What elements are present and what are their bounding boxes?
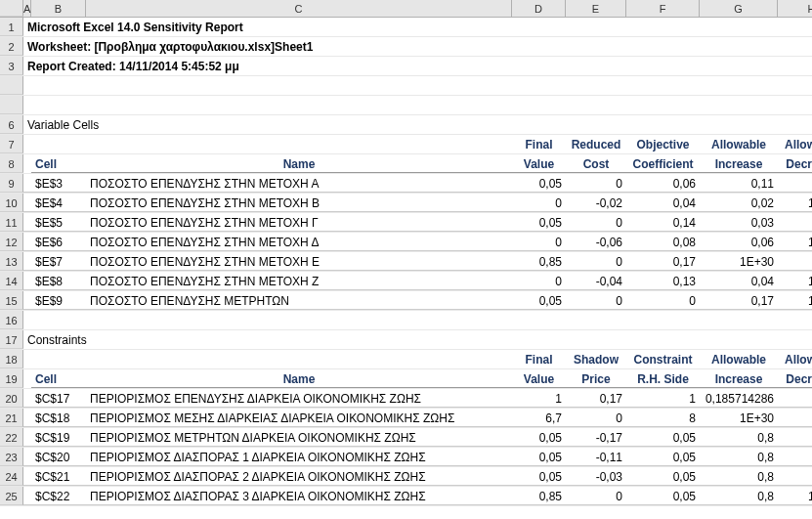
vc-allow-dec[interactable]: 0,06 [778, 213, 812, 232]
cell[interactable] [86, 350, 512, 368]
hdr-allow-dec[interactable]: Allowable [778, 350, 812, 368]
vc-cell-ref[interactable]: $E$5 [31, 213, 86, 232]
co-allow-dec[interactable]: 0,05 [778, 448, 812, 466]
vc-allow-dec[interactable]: 1E+30 [778, 272, 812, 290]
vc-cell-ref[interactable]: $E$7 [31, 252, 86, 271]
hdr-name[interactable]: Name [86, 154, 512, 173]
vc-reduced-cost[interactable]: 0 [566, 291, 626, 310]
cell[interactable] [23, 389, 31, 408]
vc-final-value[interactable]: 0 [512, 233, 566, 251]
cell[interactable] [23, 154, 31, 173]
co-cell-name[interactable]: ΠΕΡΙΟΡΙΣΜΟΣ ΜΕΤΡΗΤΩΝ ΔΙΑΡΚΕΙΑ ΟΙΚΟΝΟΜΙΚΗ… [86, 428, 512, 447]
co-shadow-price[interactable]: -0,17 [566, 428, 626, 447]
vc-cell-ref[interactable]: $E$4 [31, 194, 86, 212]
cell[interactable] [23, 291, 31, 310]
hdr-cost[interactable]: Cost [566, 154, 626, 173]
co-rhs[interactable]: 0,05 [626, 448, 700, 466]
vc-allow-inc[interactable]: 0,02 [700, 194, 778, 212]
cell[interactable] [23, 194, 31, 212]
co-shadow-price[interactable]: 0 [566, 487, 626, 505]
hdr-dec[interactable]: Decrease [778, 154, 812, 173]
co-cell-name[interactable]: ΠΕΡΙΟΡΙΣΜΟΣ ΔΙΑΣΠΟΡΑΣ 3 ΔΙΑΡΚΕΙΑ ΟΙΚΟΝΟΜ… [86, 487, 512, 505]
hdr-allow-inc[interactable]: Allowable [700, 350, 778, 368]
row-header[interactable]: 25 [0, 487, 23, 505]
co-cell-ref[interactable]: $C$20 [31, 448, 86, 466]
vc-cell-name[interactable]: ΠΟΣΟΣΤΟ ΕΠΕΝΔΥΣΗΣ ΣΤΗΝ ΜΕΤΟΧΗ Ε [86, 252, 512, 271]
vc-final-value[interactable]: 0,05 [512, 291, 566, 310]
hdr-allow-dec[interactable]: Allowable [778, 135, 812, 153]
vc-allow-inc[interactable]: 0,11 [700, 174, 778, 193]
vc-reduced-cost[interactable]: -0,04 [566, 272, 626, 290]
vc-cell-ref[interactable]: $E$3 [31, 174, 86, 193]
co-cell-ref[interactable]: $C$19 [31, 428, 86, 447]
row-header[interactable]: 13 [0, 252, 23, 271]
co-allow-inc[interactable]: 0,8 [700, 487, 778, 505]
cell[interactable] [23, 428, 31, 447]
cell[interactable] [23, 233, 31, 251]
row-header[interactable]: 3 [0, 57, 23, 75]
hdr-constraint[interactable]: Constraint [626, 350, 700, 368]
vc-final-value[interactable]: 0,85 [512, 252, 566, 271]
cell[interactable] [23, 252, 31, 271]
cell[interactable] [23, 135, 31, 153]
vc-reduced-cost[interactable]: -0,06 [566, 233, 626, 251]
co-cell-ref[interactable]: $C$21 [31, 467, 86, 486]
row-header[interactable] [0, 76, 23, 95]
hdr-value[interactable]: Value [512, 154, 566, 173]
row-header[interactable]: 16 [0, 311, 23, 329]
cell[interactable] [23, 350, 31, 368]
hdr-value[interactable]: Value [512, 369, 566, 388]
vc-cell-name[interactable]: ΠΟΣΟΣΤΟ ΕΠΕΝΔΥΣΗΣ ΣΤΗΝ ΜΕΤΟΧΗ Δ [86, 233, 512, 251]
hdr-dec[interactable]: Decrease [778, 369, 812, 388]
row-header[interactable]: 15 [0, 291, 23, 310]
co-rhs[interactable]: 1 [626, 389, 700, 408]
hdr-rhs[interactable]: R.H. Side [626, 369, 700, 388]
cell[interactable] [86, 135, 512, 153]
vc-allow-dec[interactable]: 0,03 [778, 252, 812, 271]
co-final-value[interactable]: 0,05 [512, 428, 566, 447]
hdr-coef[interactable]: Coefficient [626, 154, 700, 173]
vc-allow-inc[interactable]: 0,17 [700, 291, 778, 310]
co-rhs[interactable]: 0,05 [626, 467, 700, 486]
co-allow-inc[interactable]: 0,185714286 [700, 389, 778, 408]
co-shadow-price[interactable]: 0,17 [566, 389, 626, 408]
vc-allow-dec[interactable]: 1E+30 [778, 194, 812, 212]
vc-allow-inc[interactable]: 0,04 [700, 272, 778, 290]
co-final-value[interactable]: 0,05 [512, 467, 566, 486]
col-header-A[interactable]: A [23, 0, 31, 17]
vc-allow-inc[interactable]: 0,03 [700, 213, 778, 232]
vc-reduced-cost[interactable]: -0,02 [566, 194, 626, 212]
hdr-inc[interactable]: Increase [700, 154, 778, 173]
co-final-value[interactable]: 6,7 [512, 409, 566, 427]
vc-allow-inc[interactable]: 0,06 [700, 233, 778, 251]
vc-final-value[interactable]: 0 [512, 272, 566, 290]
vc-obj-coef[interactable]: 0 [626, 291, 700, 310]
vc-reduced-cost[interactable]: 0 [566, 213, 626, 232]
vc-allow-dec[interactable]: 0,02 [778, 174, 812, 193]
co-allow-dec[interactable]: 1E+30 [778, 487, 812, 505]
co-cell-ref[interactable]: $C$22 [31, 487, 86, 505]
co-shadow-price[interactable]: 0 [566, 409, 626, 427]
vc-cell-ref[interactable]: $E$9 [31, 291, 86, 310]
vc-obj-coef[interactable]: 0,06 [626, 174, 700, 193]
co-allow-dec[interactable]: 1,3 [778, 409, 812, 427]
co-allow-dec[interactable]: 0,8 [778, 389, 812, 408]
col-header-G[interactable]: G [700, 0, 778, 17]
co-cell-ref[interactable]: $C$17 [31, 389, 86, 408]
co-rhs[interactable]: 0,05 [626, 487, 700, 505]
vc-cell-name[interactable]: ΠΟΣΟΣΤΟ ΕΠΕΝΔΥΣΗΣ ΣΤΗΝ ΜΕΤΟΧΗ Β [86, 194, 512, 212]
co-rhs[interactable]: 8 [626, 409, 700, 427]
row-header[interactable]: 9 [0, 174, 23, 193]
col-header-E[interactable]: E [566, 0, 626, 17]
vc-obj-coef[interactable]: 0,13 [626, 272, 700, 290]
hdr-reduced[interactable]: Reduced [566, 135, 626, 153]
co-cell-name[interactable]: ΠΕΡΙΟΡΙΣΜΟΣ ΜΕΣΗΣ ΔΙΑΡΚΕΙΑΣ ΔΙΑΡΚΕΙΑ ΟΙΚ… [86, 409, 512, 427]
co-allow-dec[interactable]: 0,05 [778, 428, 812, 447]
col-header-H[interactable]: H [778, 0, 812, 17]
cell[interactable] [23, 467, 31, 486]
cell[interactable] [23, 174, 31, 193]
cell[interactable] [23, 213, 31, 232]
vc-cell-name[interactable]: ΠΟΣΟΣΤΟ ΕΠΕΝΔΥΣΗΣ ΜΕΤΡΗΤΩΝ [86, 291, 512, 310]
row-header[interactable]: 1 [0, 18, 23, 36]
row-header[interactable]: 24 [0, 467, 23, 486]
